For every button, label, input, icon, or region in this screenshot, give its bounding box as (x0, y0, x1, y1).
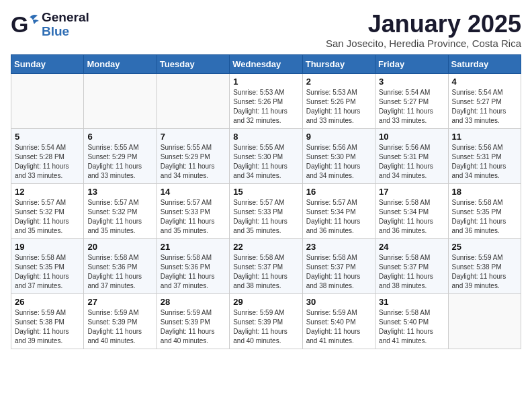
week-row-1: 1Sunrise: 5:53 AM Sunset: 5:26 PM Daylig… (11, 73, 521, 128)
day-number: 13 (87, 187, 152, 197)
calendar-cell: 18Sunrise: 5:58 AM Sunset: 5:35 PM Dayli… (448, 183, 521, 238)
calendar-cell: 15Sunrise: 5:57 AM Sunset: 5:33 PM Dayli… (230, 183, 302, 238)
day-number: 7 (161, 132, 226, 142)
day-number: 24 (379, 242, 444, 252)
calendar-cell: 2Sunrise: 5:53 AM Sunset: 5:26 PM Daylig… (302, 73, 375, 128)
day-number: 18 (452, 187, 517, 197)
day-info: Sunrise: 5:54 AM Sunset: 5:27 PM Dayligh… (452, 88, 517, 126)
day-info: Sunrise: 5:58 AM Sunset: 5:35 PM Dayligh… (452, 198, 517, 236)
calendar-cell: 24Sunrise: 5:58 AM Sunset: 5:37 PM Dayli… (375, 238, 448, 293)
day-number: 12 (15, 187, 80, 197)
calendar-cell: 22Sunrise: 5:58 AM Sunset: 5:37 PM Dayli… (230, 238, 302, 293)
calendar-cell: 12Sunrise: 5:57 AM Sunset: 5:32 PM Dayli… (11, 183, 84, 238)
header-monday: Monday (84, 54, 157, 73)
day-number: 22 (233, 242, 298, 252)
day-info: Sunrise: 5:57 AM Sunset: 5:32 PM Dayligh… (15, 198, 80, 236)
header-tuesday: Tuesday (157, 54, 229, 73)
day-info: Sunrise: 5:59 AM Sunset: 5:39 PM Dayligh… (87, 308, 152, 346)
day-info: Sunrise: 5:59 AM Sunset: 5:39 PM Dayligh… (233, 308, 298, 346)
day-number: 14 (161, 187, 226, 197)
day-info: Sunrise: 5:57 AM Sunset: 5:33 PM Dayligh… (233, 198, 298, 236)
week-row-5: 26Sunrise: 5:59 AM Sunset: 5:38 PM Dayli… (11, 293, 521, 349)
day-number: 10 (379, 132, 444, 142)
day-info: Sunrise: 5:56 AM Sunset: 5:31 PM Dayligh… (379, 143, 444, 181)
day-number: 3 (379, 77, 444, 87)
day-number: 31 (379, 297, 444, 307)
day-number: 28 (161, 297, 226, 307)
calendar-cell (448, 293, 521, 349)
day-number: 11 (452, 132, 517, 142)
calendar-cell: 28Sunrise: 5:59 AM Sunset: 5:39 PM Dayli… (157, 293, 229, 349)
day-number: 6 (87, 132, 152, 142)
calendar-title: January 2025 (326, 11, 521, 38)
calendar-cell: 3Sunrise: 5:54 AM Sunset: 5:27 PM Daylig… (375, 73, 448, 128)
day-number: 23 (306, 242, 371, 252)
day-info: Sunrise: 5:55 AM Sunset: 5:29 PM Dayligh… (161, 143, 226, 181)
day-number: 9 (306, 132, 371, 142)
calendar-table: Sunday Monday Tuesday Wednesday Thursday… (11, 54, 521, 349)
header-friday: Friday (375, 54, 448, 73)
logo: G General Blue (11, 11, 89, 39)
day-info: Sunrise: 5:58 AM Sunset: 5:37 PM Dayligh… (233, 253, 298, 291)
calendar-cell: 7Sunrise: 5:55 AM Sunset: 5:29 PM Daylig… (157, 128, 229, 183)
calendar-cell: 13Sunrise: 5:57 AM Sunset: 5:32 PM Dayli… (84, 183, 157, 238)
day-info: Sunrise: 5:59 AM Sunset: 5:38 PM Dayligh… (452, 253, 517, 291)
day-info: Sunrise: 5:54 AM Sunset: 5:28 PM Dayligh… (15, 143, 80, 181)
day-info: Sunrise: 5:58 AM Sunset: 5:40 PM Dayligh… (379, 308, 444, 346)
day-number: 21 (161, 242, 226, 252)
day-info: Sunrise: 5:59 AM Sunset: 5:38 PM Dayligh… (15, 308, 80, 346)
day-info: Sunrise: 5:56 AM Sunset: 5:31 PM Dayligh… (452, 143, 517, 181)
day-number: 16 (306, 187, 371, 197)
day-info: Sunrise: 5:58 AM Sunset: 5:34 PM Dayligh… (379, 198, 444, 236)
day-info: Sunrise: 5:58 AM Sunset: 5:37 PM Dayligh… (379, 253, 444, 291)
day-number: 8 (233, 132, 298, 142)
day-number: 17 (379, 187, 444, 197)
logo-icon: G (11, 12, 39, 38)
day-number: 25 (452, 242, 517, 252)
calendar-cell: 19Sunrise: 5:58 AM Sunset: 5:35 PM Dayli… (11, 238, 84, 293)
header: G General Blue January 2025 San Josecito… (11, 11, 521, 49)
calendar-cell: 16Sunrise: 5:57 AM Sunset: 5:34 PM Dayli… (302, 183, 375, 238)
day-number: 26 (15, 297, 80, 307)
day-info: Sunrise: 5:58 AM Sunset: 5:35 PM Dayligh… (15, 253, 80, 291)
calendar-cell: 11Sunrise: 5:56 AM Sunset: 5:31 PM Dayli… (448, 128, 521, 183)
calendar-cell (84, 73, 157, 128)
day-number: 15 (233, 187, 298, 197)
header-sunday: Sunday (11, 54, 84, 73)
day-number: 5 (15, 132, 80, 142)
day-info: Sunrise: 5:53 AM Sunset: 5:26 PM Dayligh… (233, 88, 298, 126)
calendar-cell (11, 73, 84, 128)
calendar-cell: 8Sunrise: 5:55 AM Sunset: 5:30 PM Daylig… (230, 128, 302, 183)
day-info: Sunrise: 5:58 AM Sunset: 5:36 PM Dayligh… (161, 253, 226, 291)
calendar-cell (157, 73, 229, 128)
day-info: Sunrise: 5:57 AM Sunset: 5:32 PM Dayligh… (87, 198, 152, 236)
day-info: Sunrise: 5:58 AM Sunset: 5:37 PM Dayligh… (306, 253, 371, 291)
calendar-cell: 4Sunrise: 5:54 AM Sunset: 5:27 PM Daylig… (448, 73, 521, 128)
calendar-cell: 25Sunrise: 5:59 AM Sunset: 5:38 PM Dayli… (448, 238, 521, 293)
day-info: Sunrise: 5:57 AM Sunset: 5:34 PM Dayligh… (306, 198, 371, 236)
day-info: Sunrise: 5:55 AM Sunset: 5:29 PM Dayligh… (87, 143, 152, 181)
title-block: January 2025 San Josecito, Heredia Provi… (326, 11, 521, 49)
day-info: Sunrise: 5:58 AM Sunset: 5:36 PM Dayligh… (87, 253, 152, 291)
day-info: Sunrise: 5:55 AM Sunset: 5:30 PM Dayligh… (233, 143, 298, 181)
calendar-cell: 23Sunrise: 5:58 AM Sunset: 5:37 PM Dayli… (302, 238, 375, 293)
header-thursday: Thursday (302, 54, 375, 73)
calendar-cell: 21Sunrise: 5:58 AM Sunset: 5:36 PM Dayli… (157, 238, 229, 293)
svg-text:G: G (11, 12, 28, 37)
calendar-cell: 5Sunrise: 5:54 AM Sunset: 5:28 PM Daylig… (11, 128, 84, 183)
day-info: Sunrise: 5:56 AM Sunset: 5:30 PM Dayligh… (306, 143, 371, 181)
day-number: 27 (87, 297, 152, 307)
day-number: 30 (306, 297, 371, 307)
day-info: Sunrise: 5:59 AM Sunset: 5:40 PM Dayligh… (306, 308, 371, 346)
day-number: 19 (15, 242, 80, 252)
day-info: Sunrise: 5:53 AM Sunset: 5:26 PM Dayligh… (306, 88, 371, 126)
week-row-4: 19Sunrise: 5:58 AM Sunset: 5:35 PM Dayli… (11, 238, 521, 293)
calendar-cell: 31Sunrise: 5:58 AM Sunset: 5:40 PM Dayli… (375, 293, 448, 349)
logo-general: General (42, 11, 89, 25)
calendar-cell: 27Sunrise: 5:59 AM Sunset: 5:39 PM Dayli… (84, 293, 157, 349)
day-info: Sunrise: 5:54 AM Sunset: 5:27 PM Dayligh… (379, 88, 444, 126)
calendar-cell: 26Sunrise: 5:59 AM Sunset: 5:38 PM Dayli… (11, 293, 84, 349)
calendar-cell: 20Sunrise: 5:58 AM Sunset: 5:36 PM Dayli… (84, 238, 157, 293)
calendar-cell: 6Sunrise: 5:55 AM Sunset: 5:29 PM Daylig… (84, 128, 157, 183)
calendar-cell: 14Sunrise: 5:57 AM Sunset: 5:33 PM Dayli… (157, 183, 229, 238)
